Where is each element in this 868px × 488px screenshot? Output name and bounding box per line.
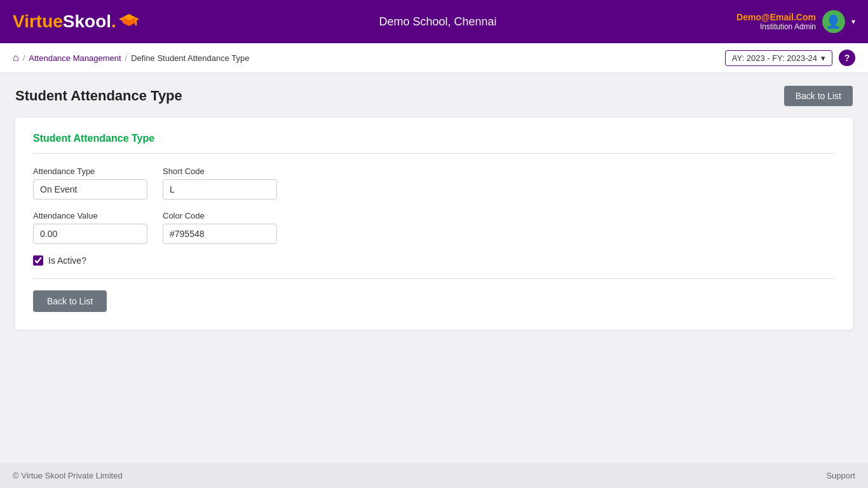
short-code-input[interactable] — [163, 179, 277, 200]
breadcrumb-current: Define Student Attendance Type — [131, 53, 249, 63]
attendance-value-label: Attendance Value — [33, 211, 147, 220]
header: VirtueSkool. Demo School, Chennai Demo@E… — [0, 0, 868, 43]
form-section-title: Student Attendance Type — [33, 133, 835, 144]
graduation-cap-icon — [119, 13, 139, 28]
logo-dot: . — [111, 11, 116, 31]
help-button[interactable]: ? — [839, 50, 855, 66]
svg-marker-3 — [135, 24, 137, 26]
attendance-value-input[interactable] — [33, 224, 147, 244]
form-divider-top — [33, 153, 835, 154]
avatar[interactable]: 👤 — [822, 10, 845, 33]
logo: VirtueSkool. — [13, 11, 139, 32]
color-code-input[interactable] — [163, 224, 277, 244]
page-title: Student Attendance Type — [15, 88, 182, 104]
attendance-type-label: Attendance Type — [33, 166, 147, 176]
back-to-list-bottom-button[interactable]: Back to List — [33, 290, 107, 312]
logo-virtue: Virtue — [13, 11, 63, 31]
breadcrumb-attendance-management[interactable]: Attendance Management — [29, 53, 121, 63]
short-code-group: Short Code — [163, 166, 277, 200]
attendance-type-input[interactable] — [33, 179, 147, 200]
breadcrumb-right: AY: 2023 - FY: 2023-24 ▾ ? — [725, 50, 855, 66]
support-link[interactable]: Support — [826, 471, 855, 480]
attendance-value-group: Attendance Value — [33, 211, 147, 244]
is-active-label: Is Active? — [48, 255, 86, 266]
form-divider-bottom — [33, 278, 835, 279]
breadcrumb: ⌂ / Attendance Management / Define Stude… — [13, 52, 249, 64]
footer: © Virtue Skool Private Limited Support — [0, 463, 868, 488]
user-role: Institution Admin — [736, 22, 816, 31]
svg-rect-2 — [135, 18, 137, 24]
user-area[interactable]: Demo@Email.Com Institution Admin 👤 ▾ — [736, 10, 855, 33]
attendance-type-group: Attendance Type — [33, 166, 147, 200]
user-dropdown-arrow[interactable]: ▾ — [851, 17, 855, 26]
school-name: Demo School, Chennai — [379, 15, 496, 29]
logo-skool: Skool — [63, 11, 111, 31]
copyright: © Virtue Skool Private Limited — [13, 471, 123, 480]
form-row-1: Attendance Type Short Code — [33, 166, 835, 200]
form-card: Student Attendance Type Attendance Type … — [15, 118, 853, 330]
short-code-label: Short Code — [163, 166, 277, 176]
breadcrumb-sep-1: / — [23, 53, 25, 63]
page-header: Student Attendance Type Back to List — [15, 86, 853, 106]
ay-label: AY: 2023 - FY: 2023-24 — [732, 53, 817, 63]
user-icon: 👤 — [825, 14, 841, 29]
home-icon[interactable]: ⌂ — [13, 52, 19, 64]
ay-selector[interactable]: AY: 2023 - FY: 2023-24 ▾ — [725, 50, 832, 66]
color-code-group: Color Code — [163, 211, 277, 244]
color-code-label: Color Code — [163, 211, 277, 220]
breadcrumb-sep-2: / — [125, 53, 128, 63]
breadcrumb-bar: ⌂ / Attendance Management / Define Stude… — [0, 43, 868, 73]
main-content: Student Attendance Type Back to List Stu… — [0, 73, 868, 463]
is-active-row: Is Active? — [33, 255, 835, 266]
user-email: Demo@Email.Com — [736, 12, 816, 22]
ay-dropdown-arrow: ▾ — [821, 53, 825, 63]
form-row-2: Attendance Value Color Code — [33, 211, 835, 244]
back-to-list-top-button[interactable]: Back to List — [784, 86, 853, 106]
is-active-checkbox[interactable] — [33, 255, 43, 266]
